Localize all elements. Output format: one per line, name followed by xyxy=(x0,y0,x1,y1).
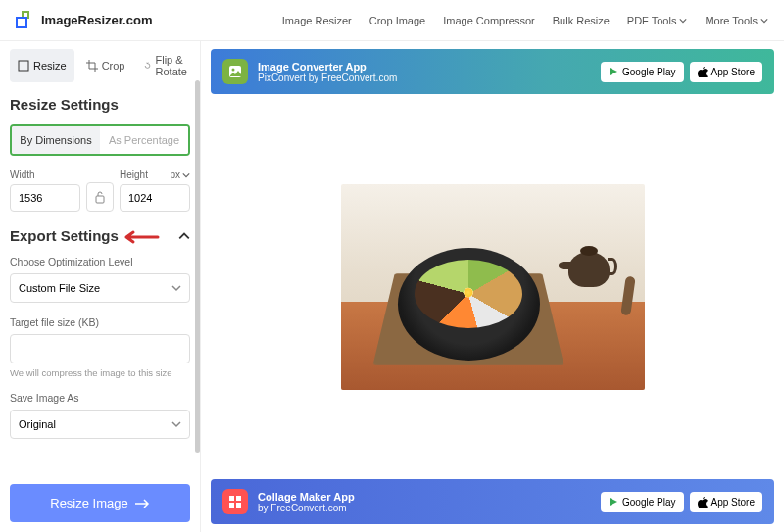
play-icon xyxy=(609,67,618,76)
apple-icon xyxy=(698,67,708,77)
image-canvas xyxy=(211,94,774,479)
export-settings-toggle[interactable]: Export Settings xyxy=(10,227,190,244)
top-nav: Image Resizer Crop Image Image Compresso… xyxy=(282,15,768,26)
rotate-icon xyxy=(144,60,151,72)
chevron-down-icon xyxy=(679,17,687,24)
nav-bulk-resize[interactable]: Bulk Resize xyxy=(553,15,610,26)
brand-name: ImageResizer.com xyxy=(41,13,152,27)
svg-rect-0 xyxy=(19,61,28,71)
sidebar: Resize Crop Flip & Rotate Resize Setting… xyxy=(0,41,201,532)
svg-rect-4 xyxy=(229,496,234,501)
svg-point-3 xyxy=(232,69,235,72)
width-input[interactable] xyxy=(10,184,80,212)
chevron-down-icon xyxy=(172,419,181,429)
resize-settings-title: Resize Settings xyxy=(10,96,190,113)
chevron-down-icon xyxy=(182,171,190,179)
promo-banner-bottom: Collage Maker App by FreeConvert.com Goo… xyxy=(211,479,774,524)
tab-flip-rotate[interactable]: Flip & Rotate xyxy=(136,49,199,82)
lock-icon xyxy=(94,190,106,204)
promo-title: Collage Maker App xyxy=(258,491,355,503)
brand-logo[interactable]: ImageResizer.com xyxy=(16,11,152,30)
chevron-down-icon xyxy=(172,283,181,293)
arrow-right-icon xyxy=(134,498,150,509)
mode-by-dimensions[interactable]: By Dimensions xyxy=(12,126,100,154)
nav-pdf-tools[interactable]: PDF Tools xyxy=(627,15,688,26)
scrollbar[interactable] xyxy=(195,80,200,453)
app-store-button[interactable]: App Store xyxy=(690,62,762,82)
lock-aspect-button[interactable] xyxy=(86,182,114,212)
unit-select[interactable]: px xyxy=(170,169,190,180)
promo-title: Image Converter App xyxy=(258,61,397,73)
nav-crop-image[interactable]: Crop Image xyxy=(369,15,425,26)
target-size-input[interactable] xyxy=(10,334,190,363)
nav-image-compressor[interactable]: Image Compressor xyxy=(443,15,535,26)
mode-as-percentage[interactable]: As Percentage xyxy=(100,126,188,154)
app-store-button[interactable]: App Store xyxy=(690,492,762,512)
svg-rect-7 xyxy=(236,503,241,508)
logo-icon xyxy=(16,11,35,30)
resize-mode-tabs: By Dimensions As Percentage xyxy=(10,124,190,156)
nav-more-tools[interactable]: More Tools xyxy=(705,15,768,26)
promo-banner-top: Image Converter App PixConvert by FreeCo… xyxy=(211,49,774,94)
preview-image[interactable] xyxy=(341,184,645,390)
app-icon xyxy=(222,59,248,84)
google-play-button[interactable]: Google Play xyxy=(601,492,683,512)
resize-icon xyxy=(18,60,29,72)
tab-crop[interactable]: Crop xyxy=(78,49,133,82)
resize-image-button[interactable]: Resize Image xyxy=(10,484,190,522)
apple-icon xyxy=(698,497,708,508)
crop-icon xyxy=(86,60,98,72)
optimization-label: Choose Optimization Level xyxy=(10,256,190,267)
google-play-button[interactable]: Google Play xyxy=(601,62,683,82)
promo-subtitle: PixConvert by FreeConvert.com xyxy=(258,73,397,83)
content-area: Image Converter App PixConvert by FreeCo… xyxy=(201,41,784,532)
height-label: Height xyxy=(120,169,148,180)
target-size-label: Target file size (KB) xyxy=(10,316,190,328)
tool-tabs: Resize Crop Flip & Rotate xyxy=(10,49,190,82)
app-icon xyxy=(222,489,248,514)
arrow-annotation-icon xyxy=(121,229,160,245)
save-as-label: Save Image As xyxy=(10,392,190,404)
chevron-up-icon xyxy=(178,230,190,242)
svg-rect-1 xyxy=(96,196,104,203)
chevron-down-icon xyxy=(760,17,768,24)
save-as-select[interactable]: Original xyxy=(10,410,190,439)
height-input[interactable] xyxy=(120,184,190,212)
promo-subtitle: by FreeConvert.com xyxy=(258,503,355,513)
header: ImageResizer.com Image Resizer Crop Imag… xyxy=(0,0,784,41)
play-icon xyxy=(609,497,618,507)
svg-rect-6 xyxy=(229,503,234,508)
optimization-select[interactable]: Custom File Size xyxy=(10,273,190,303)
width-label: Width xyxy=(10,169,80,180)
export-settings-title: Export Settings xyxy=(10,227,119,244)
nav-image-resizer[interactable]: Image Resizer xyxy=(282,15,352,26)
svg-rect-5 xyxy=(236,496,241,501)
tab-resize[interactable]: Resize xyxy=(10,49,74,82)
target-size-helper: We will compress the image to this size xyxy=(10,367,190,378)
